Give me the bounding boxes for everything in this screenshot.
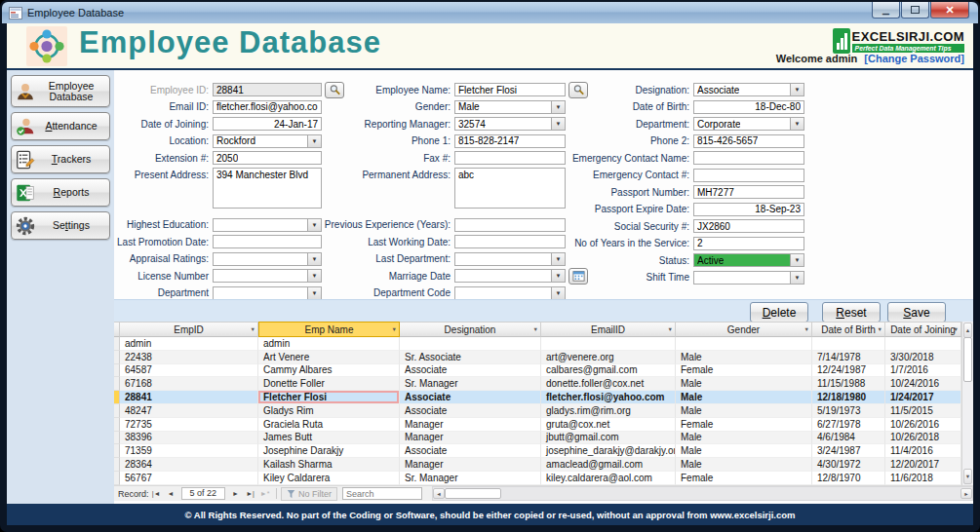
table-cell[interactable]: art@venere.org xyxy=(541,351,676,364)
table-cell[interactable] xyxy=(812,337,885,351)
field-input-employee-name[interactable]: Fletcher Flosi xyxy=(454,83,566,96)
table-cell[interactable]: Male xyxy=(676,404,812,418)
field-input-phone-1[interactable]: 815-828-2147 xyxy=(454,134,566,148)
dropdown-arrow-icon[interactable]: ▼ xyxy=(790,254,804,266)
minimize-button[interactable]: ▁ xyxy=(872,2,900,19)
table-cell[interactable]: Male xyxy=(676,458,812,472)
field-input-phone-2[interactable]: 815-426-5657 xyxy=(693,134,804,148)
search-input[interactable] xyxy=(342,487,422,500)
table-cell[interactable]: 48247 xyxy=(120,404,258,418)
previous-record-button[interactable]: ◄ xyxy=(164,490,178,497)
field-input-marriage-date[interactable]: ▼ xyxy=(454,269,566,283)
table-cell[interactable]: kiley.caldarera@aol.com xyxy=(541,472,676,485)
dropdown-arrow-icon[interactable]: ▼ xyxy=(790,84,804,95)
field-input-emergency-contact[interactable] xyxy=(693,169,804,182)
table-cell[interactable]: amaclead@gmail.com xyxy=(541,458,676,472)
field-input-last-promotion-date[interactable] xyxy=(213,235,322,248)
table-header-emailid[interactable]: EmailID▼ xyxy=(541,322,676,337)
table-cell[interactable]: 1/24/2017 xyxy=(885,391,961,404)
table-cell[interactable]: 28841 xyxy=(120,391,258,404)
sidebar-item-settings[interactable]: Settings xyxy=(11,211,110,240)
dropdown-arrow-icon[interactable]: ▼ xyxy=(551,287,565,299)
dropdown-arrow-icon[interactable]: ▼ xyxy=(307,219,321,231)
table-header-designation[interactable]: Designation▼ xyxy=(400,322,541,337)
table-cell[interactable]: Sr. Manager xyxy=(400,472,541,485)
table-cell[interactable]: josephine_darakjy@darakjy.org xyxy=(541,444,676,458)
table-cell[interactable] xyxy=(676,337,812,351)
header-filter-arrow-icon[interactable]: ▼ xyxy=(804,326,809,332)
table-cell[interactable]: 28364 xyxy=(120,458,258,472)
table-header-date-of-joining[interactable]: Date of Joining▼ xyxy=(885,322,961,337)
table-cell[interactable]: gruta@cox.net xyxy=(541,418,676,432)
scroll-down-icon[interactable]: ▼ xyxy=(963,469,972,484)
dropdown-arrow-icon[interactable]: ▼ xyxy=(307,270,321,282)
sidebar-item-employee-database[interactable]: Employee Database xyxy=(11,75,110,107)
field-input-present-address[interactable]: 394 Manchester Blvd xyxy=(213,168,322,209)
table-cell[interactable]: jbutt@gmail.com xyxy=(541,432,676,445)
field-input-last-department[interactable]: ▼ xyxy=(454,252,566,266)
field-input-department-code[interactable]: ▼ xyxy=(454,286,566,300)
horizontal-scroll-thumb[interactable] xyxy=(445,488,501,499)
field-input-passport-number[interactable]: MH7277 xyxy=(693,185,804,199)
table-cell[interactable]: Kailash Sharma xyxy=(258,458,400,472)
field-input-designation[interactable]: Associate▼ xyxy=(693,83,804,96)
table-cell[interactable]: James Butt xyxy=(258,432,400,445)
header-filter-arrow-icon[interactable]: ▼ xyxy=(668,326,673,332)
field-input-emergency-contact-name[interactable] xyxy=(693,151,804,165)
table-cell[interactable]: 10/24/2016 xyxy=(885,377,961,391)
scroll-left-icon[interactable]: ◄ xyxy=(433,488,445,499)
table-cell[interactable]: Male xyxy=(676,377,812,391)
scroll-right-icon[interactable]: ► xyxy=(960,488,972,499)
dropdown-arrow-icon[interactable]: ▼ xyxy=(551,253,565,265)
table-cell[interactable]: Art Venere xyxy=(258,351,400,364)
table-cell[interactable]: 6/27/1978 xyxy=(812,418,885,432)
dropdown-arrow-icon[interactable]: ▼ xyxy=(790,118,804,130)
field-input-no-of-years-in-the-service[interactable]: 2 xyxy=(693,237,804,250)
table-cell[interactable]: admin xyxy=(258,337,400,351)
field-input-location[interactable]: Rockford▼ xyxy=(213,134,322,148)
table-cell[interactable]: Male xyxy=(676,351,812,364)
dropdown-arrow-icon[interactable]: ▼ xyxy=(790,272,804,284)
scroll-up-icon[interactable]: ▲ xyxy=(963,323,972,338)
field-input-reporting-manager[interactable]: 32574▼ xyxy=(454,117,566,131)
table-cell[interactable]: Fletcher Flosi xyxy=(258,391,400,404)
horizontal-scrollbar[interactable]: ◄ ► xyxy=(432,486,973,501)
close-button[interactable]: ✕ xyxy=(930,2,969,19)
no-filter-button[interactable]: No Filter xyxy=(281,487,337,501)
table-cell[interactable]: Sr. Manager xyxy=(400,377,541,391)
table-cell[interactable]: Kiley Caldarera xyxy=(258,472,400,485)
table-cell[interactable]: 5/19/1973 xyxy=(812,404,885,418)
table-cell[interactable]: 22438 xyxy=(120,351,258,364)
table-header-emp-name[interactable]: Emp Name▼ xyxy=(258,322,400,337)
sidebar-item-trackers[interactable]: Trackers xyxy=(11,145,110,173)
table-cell[interactable]: 3/30/2018 xyxy=(885,351,961,364)
table-cell[interactable]: 12/18/1980 xyxy=(812,391,885,404)
field-input-social-security[interactable]: JX2860 xyxy=(693,219,804,233)
table-cell[interactable]: 11/15/1988 xyxy=(812,377,885,391)
first-record-button[interactable]: |◄ xyxy=(149,490,164,497)
field-input-fax[interactable] xyxy=(454,151,566,165)
field-input-license-number[interactable]: ▼ xyxy=(213,269,322,283)
table-cell[interactable]: Manager xyxy=(400,432,541,445)
header-filter-arrow-icon[interactable]: ▼ xyxy=(954,326,959,332)
field-input-date-of-birth[interactable]: 18-Dec-80 xyxy=(693,100,804,114)
dropdown-arrow-icon[interactable]: ▼ xyxy=(551,270,565,282)
field-input-employee-id[interactable]: 28841 xyxy=(213,83,322,96)
field-input-department[interactable]: ▼ xyxy=(213,286,322,300)
table-cell[interactable]: 4/30/1972 xyxy=(812,458,885,472)
vertical-scrollbar[interactable]: ▲ ▼ xyxy=(961,322,973,485)
sidebar-item-reports[interactable]: Reports xyxy=(11,178,110,207)
vertical-scroll-thumb[interactable] xyxy=(963,337,972,382)
field-input-extension[interactable]: 2050 xyxy=(213,151,322,165)
table-cell[interactable]: Gladys Rim xyxy=(258,404,400,418)
table-cell[interactable]: 10/26/2016 xyxy=(885,418,961,432)
maximize-button[interactable] xyxy=(901,2,929,19)
header-filter-arrow-icon[interactable]: ▼ xyxy=(878,326,882,332)
last-record-button[interactable]: ►| xyxy=(243,490,257,497)
change-password-link[interactable]: [Change Password] xyxy=(864,53,964,64)
table-cell[interactable]: Sr. Associate xyxy=(400,351,541,364)
field-input-gender[interactable]: Male▼ xyxy=(454,100,566,114)
dropdown-arrow-icon[interactable]: ▼ xyxy=(307,135,321,147)
header-filter-arrow-icon[interactable]: ▼ xyxy=(251,326,255,332)
table-cell[interactable]: Cammy Albares xyxy=(258,364,400,378)
